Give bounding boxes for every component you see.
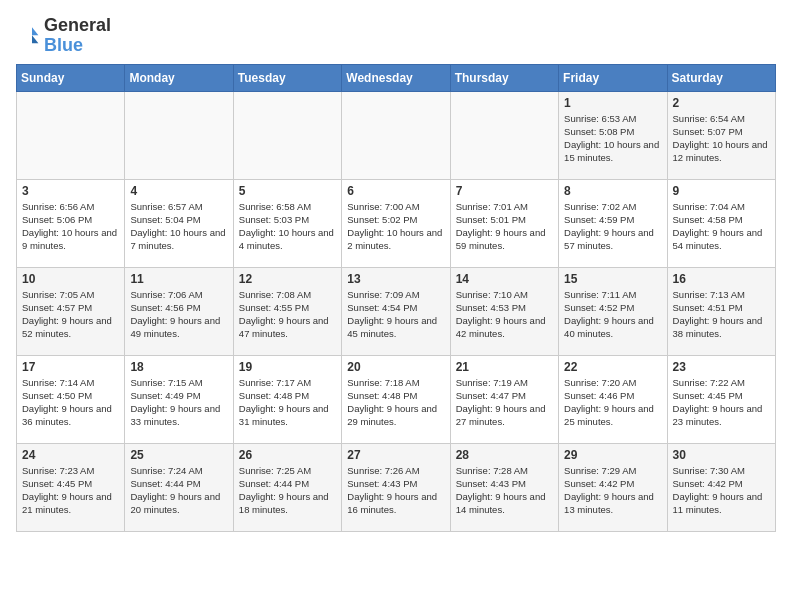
day-number: 10: [22, 272, 119, 286]
day-info: Sunrise: 6:58 AM Sunset: 5:03 PM Dayligh…: [239, 200, 336, 253]
calendar-cell: 14Sunrise: 7:10 AM Sunset: 4:53 PM Dayli…: [450, 267, 558, 355]
calendar-cell: 19Sunrise: 7:17 AM Sunset: 4:48 PM Dayli…: [233, 355, 341, 443]
calendar-cell: 29Sunrise: 7:29 AM Sunset: 4:42 PM Dayli…: [559, 443, 667, 531]
calendar-cell: 20Sunrise: 7:18 AM Sunset: 4:48 PM Dayli…: [342, 355, 450, 443]
calendar-week-row: 10Sunrise: 7:05 AM Sunset: 4:57 PM Dayli…: [17, 267, 776, 355]
calendar-cell: 6Sunrise: 7:00 AM Sunset: 5:02 PM Daylig…: [342, 179, 450, 267]
calendar-cell: 10Sunrise: 7:05 AM Sunset: 4:57 PM Dayli…: [17, 267, 125, 355]
calendar-cell: 24Sunrise: 7:23 AM Sunset: 4:45 PM Dayli…: [17, 443, 125, 531]
day-info: Sunrise: 7:02 AM Sunset: 4:59 PM Dayligh…: [564, 200, 661, 253]
calendar-cell: 1Sunrise: 6:53 AM Sunset: 5:08 PM Daylig…: [559, 91, 667, 179]
day-info: Sunrise: 7:00 AM Sunset: 5:02 PM Dayligh…: [347, 200, 444, 253]
calendar-cell: 27Sunrise: 7:26 AM Sunset: 4:43 PM Dayli…: [342, 443, 450, 531]
day-info: Sunrise: 7:28 AM Sunset: 4:43 PM Dayligh…: [456, 464, 553, 517]
day-info: Sunrise: 7:01 AM Sunset: 5:01 PM Dayligh…: [456, 200, 553, 253]
calendar-cell: 18Sunrise: 7:15 AM Sunset: 4:49 PM Dayli…: [125, 355, 233, 443]
day-number: 12: [239, 272, 336, 286]
day-number: 16: [673, 272, 770, 286]
day-info: Sunrise: 7:08 AM Sunset: 4:55 PM Dayligh…: [239, 288, 336, 341]
calendar-cell: 3Sunrise: 6:56 AM Sunset: 5:06 PM Daylig…: [17, 179, 125, 267]
day-of-week-header: Saturday: [667, 64, 775, 91]
calendar-cell: [450, 91, 558, 179]
day-number: 22: [564, 360, 661, 374]
calendar-cell: [125, 91, 233, 179]
calendar-cell: 17Sunrise: 7:14 AM Sunset: 4:50 PM Dayli…: [17, 355, 125, 443]
day-of-week-header: Wednesday: [342, 64, 450, 91]
day-info: Sunrise: 7:17 AM Sunset: 4:48 PM Dayligh…: [239, 376, 336, 429]
day-number: 29: [564, 448, 661, 462]
day-number: 7: [456, 184, 553, 198]
day-number: 3: [22, 184, 119, 198]
calendar-cell: 2Sunrise: 6:54 AM Sunset: 5:07 PM Daylig…: [667, 91, 775, 179]
calendar-cell: 8Sunrise: 7:02 AM Sunset: 4:59 PM Daylig…: [559, 179, 667, 267]
day-of-week-header: Friday: [559, 64, 667, 91]
day-info: Sunrise: 7:14 AM Sunset: 4:50 PM Dayligh…: [22, 376, 119, 429]
day-info: Sunrise: 7:29 AM Sunset: 4:42 PM Dayligh…: [564, 464, 661, 517]
calendar-cell: 13Sunrise: 7:09 AM Sunset: 4:54 PM Dayli…: [342, 267, 450, 355]
day-of-week-header: Sunday: [17, 64, 125, 91]
day-info: Sunrise: 7:11 AM Sunset: 4:52 PM Dayligh…: [564, 288, 661, 341]
calendar-cell: 7Sunrise: 7:01 AM Sunset: 5:01 PM Daylig…: [450, 179, 558, 267]
calendar-cell: 26Sunrise: 7:25 AM Sunset: 4:44 PM Dayli…: [233, 443, 341, 531]
day-info: Sunrise: 7:04 AM Sunset: 4:58 PM Dayligh…: [673, 200, 770, 253]
day-number: 19: [239, 360, 336, 374]
day-info: Sunrise: 6:54 AM Sunset: 5:07 PM Dayligh…: [673, 112, 770, 165]
day-info: Sunrise: 6:56 AM Sunset: 5:06 PM Dayligh…: [22, 200, 119, 253]
svg-marker-1: [32, 35, 38, 43]
logo: General Blue: [16, 16, 111, 56]
day-of-week-header: Monday: [125, 64, 233, 91]
calendar-cell: 21Sunrise: 7:19 AM Sunset: 4:47 PM Dayli…: [450, 355, 558, 443]
day-info: Sunrise: 7:06 AM Sunset: 4:56 PM Dayligh…: [130, 288, 227, 341]
calendar-cell: 5Sunrise: 6:58 AM Sunset: 5:03 PM Daylig…: [233, 179, 341, 267]
day-info: Sunrise: 7:09 AM Sunset: 4:54 PM Dayligh…: [347, 288, 444, 341]
day-number: 28: [456, 448, 553, 462]
day-info: Sunrise: 7:24 AM Sunset: 4:44 PM Dayligh…: [130, 464, 227, 517]
day-number: 9: [673, 184, 770, 198]
day-number: 24: [22, 448, 119, 462]
calendar-week-row: 3Sunrise: 6:56 AM Sunset: 5:06 PM Daylig…: [17, 179, 776, 267]
calendar-cell: [342, 91, 450, 179]
day-info: Sunrise: 7:10 AM Sunset: 4:53 PM Dayligh…: [456, 288, 553, 341]
calendar-cell: 30Sunrise: 7:30 AM Sunset: 4:42 PM Dayli…: [667, 443, 775, 531]
calendar-cell: 9Sunrise: 7:04 AM Sunset: 4:58 PM Daylig…: [667, 179, 775, 267]
calendar-week-row: 17Sunrise: 7:14 AM Sunset: 4:50 PM Dayli…: [17, 355, 776, 443]
day-number: 5: [239, 184, 336, 198]
calendar-cell: 4Sunrise: 6:57 AM Sunset: 5:04 PM Daylig…: [125, 179, 233, 267]
day-info: Sunrise: 6:57 AM Sunset: 5:04 PM Dayligh…: [130, 200, 227, 253]
day-number: 8: [564, 184, 661, 198]
day-info: Sunrise: 7:18 AM Sunset: 4:48 PM Dayligh…: [347, 376, 444, 429]
calendar-cell: 15Sunrise: 7:11 AM Sunset: 4:52 PM Dayli…: [559, 267, 667, 355]
day-number: 13: [347, 272, 444, 286]
day-info: Sunrise: 7:30 AM Sunset: 4:42 PM Dayligh…: [673, 464, 770, 517]
day-number: 27: [347, 448, 444, 462]
day-number: 11: [130, 272, 227, 286]
calendar-week-row: 1Sunrise: 6:53 AM Sunset: 5:08 PM Daylig…: [17, 91, 776, 179]
day-number: 6: [347, 184, 444, 198]
day-number: 2: [673, 96, 770, 110]
day-number: 25: [130, 448, 227, 462]
day-info: Sunrise: 7:26 AM Sunset: 4:43 PM Dayligh…: [347, 464, 444, 517]
day-number: 15: [564, 272, 661, 286]
calendar-cell: 16Sunrise: 7:13 AM Sunset: 4:51 PM Dayli…: [667, 267, 775, 355]
calendar-cell: 25Sunrise: 7:24 AM Sunset: 4:44 PM Dayli…: [125, 443, 233, 531]
day-number: 23: [673, 360, 770, 374]
day-info: Sunrise: 7:05 AM Sunset: 4:57 PM Dayligh…: [22, 288, 119, 341]
day-of-week-header: Thursday: [450, 64, 558, 91]
svg-marker-0: [32, 27, 38, 35]
logo-icon: [16, 24, 40, 48]
day-of-week-header: Tuesday: [233, 64, 341, 91]
day-info: Sunrise: 7:19 AM Sunset: 4:47 PM Dayligh…: [456, 376, 553, 429]
day-info: Sunrise: 7:20 AM Sunset: 4:46 PM Dayligh…: [564, 376, 661, 429]
calendar-header-row: SundayMondayTuesdayWednesdayThursdayFrid…: [17, 64, 776, 91]
calendar-cell: 22Sunrise: 7:20 AM Sunset: 4:46 PM Dayli…: [559, 355, 667, 443]
day-info: Sunrise: 7:22 AM Sunset: 4:45 PM Dayligh…: [673, 376, 770, 429]
day-info: Sunrise: 7:23 AM Sunset: 4:45 PM Dayligh…: [22, 464, 119, 517]
day-info: Sunrise: 7:15 AM Sunset: 4:49 PM Dayligh…: [130, 376, 227, 429]
day-number: 26: [239, 448, 336, 462]
day-number: 20: [347, 360, 444, 374]
day-number: 1: [564, 96, 661, 110]
day-info: Sunrise: 7:13 AM Sunset: 4:51 PM Dayligh…: [673, 288, 770, 341]
logo-text: General Blue: [44, 16, 111, 56]
calendar-table: SundayMondayTuesdayWednesdayThursdayFrid…: [16, 64, 776, 532]
calendar-cell: 28Sunrise: 7:28 AM Sunset: 4:43 PM Dayli…: [450, 443, 558, 531]
